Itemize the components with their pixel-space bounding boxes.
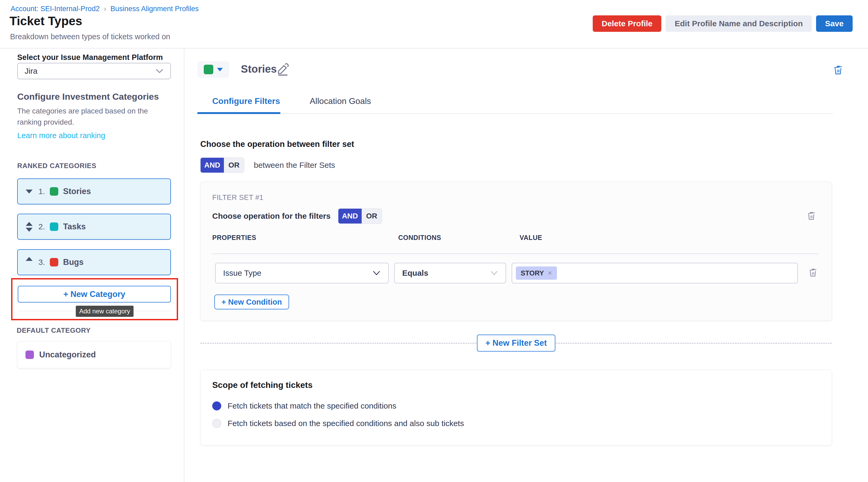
active-tab-underline [197, 112, 280, 114]
new-filter-set-button[interactable]: + New Filter Set [477, 335, 555, 352]
operation-heading: Choose the operation between filter set [200, 140, 354, 149]
platform-select-label: Select your Issue Management Platform [17, 53, 171, 62]
save-button[interactable]: Save [816, 16, 852, 32]
remove-tag-icon[interactable]: × [548, 269, 552, 277]
breadcrumb-profiles-link[interactable]: Business Alignment Profiles [111, 5, 199, 13]
table-divider [212, 253, 819, 254]
delete-filter-set-trash-icon[interactable] [806, 209, 817, 222]
new-condition-button[interactable]: + New Condition [214, 295, 289, 309]
condition-select-value: Equals [402, 269, 428, 278]
filter-set-operation-row: AND OR between the Filter Sets [200, 157, 335, 173]
delete-profile-button[interactable]: Delete Profile [593, 16, 661, 32]
category-title: Stories [241, 63, 277, 75]
scope-heading: Scope of fetching tickets [212, 380, 313, 390]
category-label: Uncategorized [39, 350, 96, 360]
column-header-value: VALUE [520, 234, 542, 242]
chevron-down-icon [156, 68, 163, 74]
filter-set-card: FILTER SET #1 Choose operation for the f… [200, 182, 832, 321]
default-category-label: DEFAULT CATEGORY [17, 326, 170, 335]
page-subtitle: Breakdown between types of tickets worke… [10, 32, 170, 41]
category-color-swatch [50, 258, 58, 267]
property-select-value: Issue Type [223, 269, 261, 278]
chevron-down-icon [490, 270, 498, 276]
breadcrumb-account-link[interactable]: Account: SEI-Internal-Prod2 [10, 5, 100, 13]
toggle-caption: between the Filter Sets [254, 161, 335, 170]
and-option[interactable]: AND [200, 158, 224, 173]
chevron-down-icon [372, 270, 381, 276]
scope-option-match-conditions[interactable]: Fetch tickets that match the specified c… [212, 401, 396, 411]
category-color-swatch [25, 351, 34, 359]
and-or-toggle[interactable]: AND OR [200, 157, 244, 173]
and-option[interactable]: AND [338, 209, 362, 223]
or-option[interactable]: OR [362, 209, 382, 223]
page-header: Account: SEI-Internal-Prod2 › Business A… [0, 0, 868, 49]
move-up-icon[interactable] [25, 257, 34, 261]
learn-more-ranking-link[interactable]: Learn more about ranking [17, 131, 171, 140]
category-color-swatch [50, 187, 58, 195]
scope-option-sub-tickets[interactable]: Fetch tickets based on the specified con… [212, 419, 464, 428]
category-color-swatch [50, 222, 58, 231]
new-category-button[interactable]: + New Category [18, 286, 171, 302]
category-label: Bugs [63, 258, 84, 267]
add-new-category-tooltip: Add new category [76, 306, 133, 317]
tab-allocation-goals[interactable]: Allocation Goals [295, 91, 386, 116]
filter-set-label: FILTER SET #1 [212, 193, 264, 202]
ranked-category-tasks[interactable]: 2. Tasks [17, 214, 171, 240]
property-select[interactable]: Issue Type [215, 263, 389, 283]
default-category-card: Uncategorized [17, 341, 171, 368]
value-tag-label: STORY [521, 269, 544, 277]
header-actions: Delete Profile Edit Profile Name and Des… [593, 16, 852, 32]
selected-color-swatch [204, 65, 213, 74]
ranked-category-bugs[interactable]: 3. Bugs [17, 249, 171, 275]
radio-label: Fetch tickets that match the specified c… [227, 401, 396, 411]
category-color-dropdown[interactable] [197, 61, 229, 78]
or-option[interactable]: OR [224, 158, 244, 173]
move-down-icon[interactable] [25, 189, 34, 193]
value-input[interactable]: STORY × [512, 263, 798, 283]
value-tag-story: STORY × [516, 267, 557, 280]
ranked-categories-label: RANKED CATEGORIES [17, 162, 171, 170]
category-label: Tasks [63, 222, 86, 232]
radio-selected-icon[interactable] [212, 401, 221, 411]
configure-categories-description: The categories are placed based on the r… [17, 106, 171, 128]
ranked-category-stories[interactable]: 1. Stories [17, 178, 171, 204]
condition-select[interactable]: Equals [394, 263, 506, 283]
breadcrumb: Account: SEI-Internal-Prod2 › Business A… [10, 5, 199, 13]
radio-unselected-icon[interactable] [212, 419, 221, 428]
platform-select-value: Jira [25, 66, 37, 76]
caret-down-icon [217, 68, 223, 71]
filters-and-or-toggle[interactable]: AND OR [338, 208, 382, 224]
delete-condition-trash-icon[interactable] [807, 266, 818, 278]
rank-number: 3. [38, 258, 45, 267]
category-editor-panel: Stories Configure Filters Allocation Goa… [184, 49, 868, 482]
column-header-conditions: CONDITIONS [398, 234, 441, 242]
radio-label: Fetch tickets based on the specified con… [227, 419, 464, 428]
delete-category-trash-icon[interactable] [832, 63, 844, 77]
edit-profile-button[interactable]: Edit Profile Name and Description [665, 16, 812, 32]
scope-card: Scope of fetching tickets Fetch tickets … [200, 370, 832, 445]
filters-operation-label: Choose operation for the filters [212, 212, 331, 220]
rank-number: 2. [38, 222, 45, 231]
rank-number: 1. [38, 187, 45, 196]
move-up-down-icon[interactable] [25, 222, 34, 232]
edit-pencil-icon[interactable] [276, 62, 289, 76]
column-header-properties: PROPERTIES [212, 234, 256, 242]
tabs-border [197, 114, 833, 114]
category-label: Stories [63, 187, 91, 196]
breadcrumb-separator: › [104, 5, 106, 13]
configure-categories-heading: Configure Investment Categories [17, 91, 171, 102]
filters-operation-row: Choose operation for the filters AND OR [212, 208, 382, 224]
left-sidebar: Select your Issue Management Platform Ji… [0, 49, 184, 482]
page-title: Ticket Types [9, 14, 82, 28]
platform-select[interactable]: Jira [17, 63, 171, 79]
